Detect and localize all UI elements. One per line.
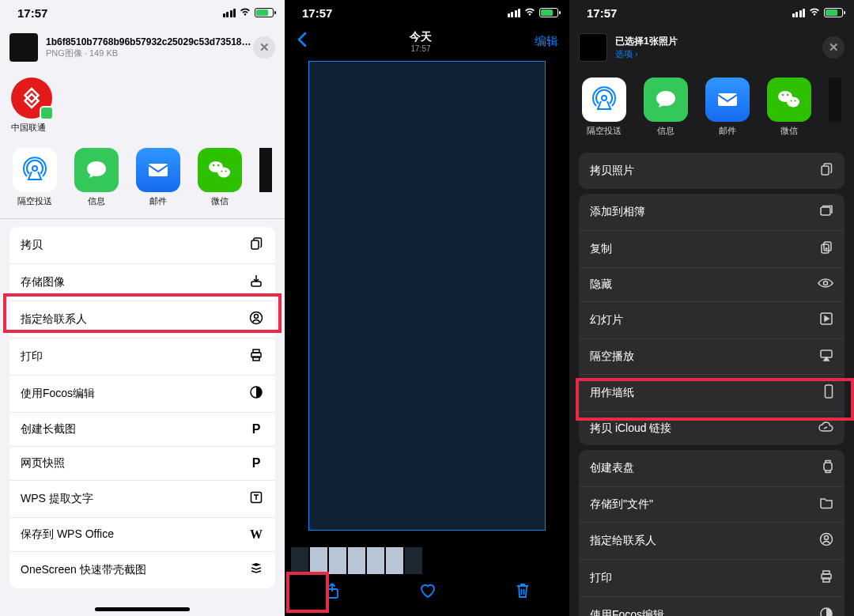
action-label: 网页快照 [21,456,65,471]
back-button[interactable] [296,32,307,51]
action-print[interactable]: 打印 [579,560,845,597]
svg-point-7 [225,170,226,172]
action-hide[interactable]: 隐藏 [579,268,845,302]
action-label: 创建长截图 [21,422,76,436]
app-label: 信息 [644,125,688,137]
delete-button[interactable] [515,582,531,603]
action-duplicate[interactable]: 复制 [579,231,845,268]
status-bar: 17:57 [569,0,854,25]
action-label: 指定给联系人 [590,534,656,548]
thumbnail[interactable] [329,547,346,574]
app-label: 邮件 [705,125,750,137]
photo-preview[interactable] [308,61,546,531]
app-airdrop[interactable]: 隔空投送 [582,77,626,137]
photo-thumbnail [579,33,607,62]
album-icon [819,203,833,221]
partial-app-icon [829,77,841,122]
svg-point-30 [824,282,828,285]
svg-rect-19 [718,93,737,106]
close-icon: ✕ [829,40,839,55]
watch-icon [822,459,833,477]
contact-avatar-unicom[interactable] [11,77,52,119]
app-label: 隔空投送 [582,125,626,137]
action-edit-focos[interactable]: 使用Focos编辑 [9,376,275,413]
action-web-snapshot[interactable]: 网页快照P [9,447,275,481]
app-partial[interactable] [259,148,267,192]
app-wechat[interactable]: 微信 [198,148,242,207]
action-slideshow[interactable]: 幻灯片 [579,302,845,339]
close-button[interactable]: ✕ [253,36,275,59]
three-panel-composite: 17:57 1b6f8510b7768b96b57932c25029c53d73… [0,0,854,616]
action-onescreen[interactable]: OneScreen 快速带壳截图 [9,552,275,588]
status-time: 17:57 [17,6,47,20]
w-icon: W [248,527,264,542]
svg-point-3 [217,168,230,178]
action-long-screenshot[interactable]: 创建长截图P [9,413,275,447]
thumbnail[interactable] [348,547,365,574]
action-add-album[interactable]: 添加到相簿 [579,194,845,231]
app-mail[interactable]: 邮件 [705,77,750,137]
mail-icon [705,77,750,122]
wifi-icon [239,6,251,19]
share-apps-row: 隔空投送 信息 邮件 微信 [569,70,854,148]
action-label: 使用Focos编辑 [590,608,664,616]
actions-group-1: 拷贝照片 [579,153,845,189]
save-icon [248,274,264,291]
airdrop-icon [582,77,626,122]
action-airplay[interactable]: 隔空播放 [579,339,845,375]
signal-icon [508,9,521,17]
app-airdrop[interactable]: 隔空投送 [13,148,57,207]
action-copy[interactable]: 拷贝 [9,227,275,264]
status-time: 17:57 [302,6,332,20]
app-messages[interactable]: 信息 [644,77,688,137]
thumbnail[interactable] [291,547,308,574]
play-icon [819,312,833,329]
wechat-icon [198,148,242,192]
app-messages[interactable]: 信息 [74,148,119,207]
action-print[interactable]: 打印 [9,338,275,376]
app-label: 微信 [198,195,242,207]
thumbnail[interactable] [405,547,422,574]
p-icon: P [248,456,264,471]
action-label: 存储图像 [21,275,65,289]
action-assign-contact[interactable]: 指定给联系人 [9,301,275,338]
action-copy-photo[interactable]: 拷贝照片 [579,153,845,189]
action-label: OneScreen 快速带壳截图 [21,563,146,577]
action-save-files[interactable]: 存储到"文件" [579,487,845,523]
copy-icon [819,162,833,180]
share-header: 1b6f8510b7768b96b57932c25029c53d73518211… [0,25,285,70]
p-icon: P [248,422,264,436]
action-label: 打印 [590,571,612,585]
battery-icon [539,8,558,17]
action-wps-extract[interactable]: WPS 提取文字 [9,481,275,518]
action-save-image[interactable]: 存储图像 [9,264,275,301]
thumbnail[interactable] [310,547,327,574]
action-icloud-link[interactable]: 拷贝 iCloud 链接 [579,412,845,445]
close-button[interactable]: ✕ [822,36,845,59]
app-wechat[interactable]: 微信 [767,77,811,137]
thumbnail[interactable] [367,547,384,574]
options-link[interactable]: 选项 › [615,48,822,60]
wifi-icon [808,6,821,19]
svg-rect-38 [823,571,829,574]
actions-list: 拷贝 存储图像 指定给联系人 打印 使用Focos编辑 创建长截图P 网页快照P… [9,227,275,588]
thumbnail[interactable] [386,547,403,574]
share-button[interactable] [323,582,341,603]
filmstrip[interactable] [285,546,569,575]
action-label: 拷贝照片 [590,164,634,178]
action-wallpaper[interactable]: 用作墙纸 [579,375,845,412]
action-label: 隔空播放 [590,350,634,364]
favorite-button[interactable] [418,582,437,603]
action-save-wps[interactable]: 保存到 WPS OfficeW [9,518,275,552]
action-assign-contact[interactable]: 指定给联系人 [579,523,845,560]
duplicate-icon [819,240,833,258]
folder-icon [819,497,833,512]
action-edit-focos[interactable]: 使用Focos编辑 [579,597,845,616]
app-partial[interactable] [829,77,837,122]
app-mail[interactable]: 邮件 [136,148,180,207]
airdrop-icon [13,148,57,192]
svg-rect-33 [826,385,833,398]
edit-button[interactable]: 编辑 [535,34,558,49]
action-watch-face[interactable]: 创建表盘 [579,450,845,487]
svg-rect-8 [251,240,259,249]
